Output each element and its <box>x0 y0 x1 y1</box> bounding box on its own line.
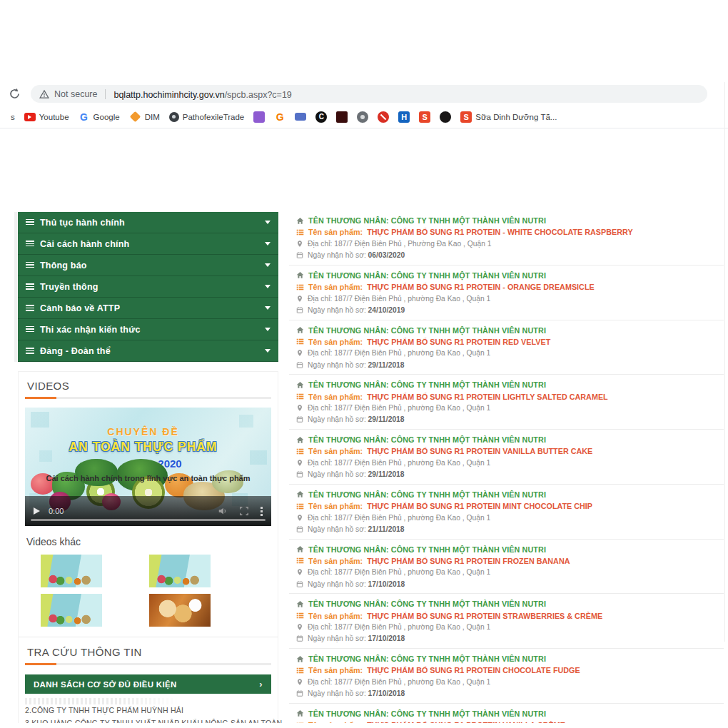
product-row: Tên sản phẩm:THỰC PHẨM BỔ SUNG R1 PROTEI… <box>296 336 724 348</box>
list-icon <box>296 338 304 345</box>
fullscreen-icon[interactable] <box>239 506 249 516</box>
product-label: Tên sản phẩm: <box>308 447 363 455</box>
bookmark-item[interactable]: G <box>274 111 285 123</box>
volume-icon[interactable] <box>218 506 228 516</box>
video-player[interactable]: CHUYÊN ĐỀ AN TOÀN THỰC PHẨM 2020 Cải các… <box>25 408 271 526</box>
lookup-list-item[interactable]: 2.CÔNG TY TNHH THỰC PHẨM HUỲNH HẢI <box>25 704 271 717</box>
listing-card[interactable]: TÊN THƯƠNG NHÂN: CÔNG TY TNHH MỘT THÀNH … <box>289 704 724 723</box>
bookmark-item[interactable]: H <box>398 111 410 123</box>
address-row: Địa chỉ: 187/7 Điện Biên Phủ , phường Đa… <box>296 403 724 414</box>
bookmarks-bar: sYoutubeGGoogleDIMPathofexileTradeGCHSSS… <box>0 106 728 128</box>
bookmark-item[interactable] <box>295 113 306 121</box>
menu-icon <box>26 326 34 333</box>
sidebar-menu-item[interactable]: Thi xác nhận kiến thức <box>18 319 278 340</box>
address-row: Địa chỉ: 187/7 Điện Biên Phủ , phường Đa… <box>296 676 724 687</box>
sidebar-menu-item[interactable]: Cảnh báo về ATTP <box>18 298 278 319</box>
bookmark-item[interactable] <box>378 111 389 123</box>
lookup-list-button[interactable]: DANH SÁCH CƠ SỞ ĐỦ ĐIỀU KIỆN › <box>25 674 271 694</box>
youtube-icon <box>24 113 36 121</box>
dark-square-icon <box>336 111 348 123</box>
received-date: Ngày nhận hồ sơ: 29/11/2018 <box>308 415 405 423</box>
product-row: Tên sản phẩm:THỰC PHẨM BỔ SUNG R1 PROTEI… <box>296 281 724 293</box>
steam-icon <box>357 111 368 123</box>
listing-card[interactable]: TÊN THƯƠNG NHÂN: CÔNG TY TNHH MỘT THÀNH … <box>289 430 724 485</box>
bookmark-label: Sữa Dinh Dưỡng Tã... <box>475 113 557 121</box>
calendar-icon <box>296 689 303 697</box>
lookup-list-item[interactable]: 3.KHO HÀNG CÔNG TY TNHH XUẤT NHẬP KHẨU N… <box>25 717 271 724</box>
menu-icon <box>26 348 34 354</box>
product-label: Tên sản phẩm: <box>308 612 363 620</box>
product-row: Tên sản phẩm:THỰC PHẨM BỔ SUNG R1 PROTEI… <box>296 500 724 512</box>
more-options-icon[interactable] <box>261 507 263 516</box>
bookmark-item[interactable]: C <box>315 111 327 123</box>
product-label: Tên sản phẩm: <box>308 393 363 401</box>
bookmark-item[interactable] <box>336 111 348 123</box>
blue-card-icon <box>295 113 306 121</box>
bookmark-item[interactable] <box>253 111 265 123</box>
received-date: Ngày nhận hồ sơ: 21/11/2018 <box>308 525 405 533</box>
reload-icon[interactable] <box>9 88 21 100</box>
sidebar-menu-item[interactable]: Cải cách hành chính <box>18 233 278 255</box>
bookmark-item[interactable]: Youtube <box>24 113 69 121</box>
listing-card[interactable]: TÊN THƯƠNG NHÂN: CÔNG TY TNHH MỘT THÀNH … <box>289 594 724 649</box>
video-thumbnails-grid <box>25 555 271 627</box>
bookmark-item[interactable]: DIM <box>129 113 160 121</box>
bookmark-item[interactable]: GGoogle <box>79 111 120 123</box>
video-thumbnail[interactable] <box>149 594 211 627</box>
video-progress-bar[interactable] <box>31 519 266 521</box>
home-icon <box>296 271 304 279</box>
sidebar-menu-item[interactable]: Đảng - Đoàn thể <box>18 340 278 362</box>
chevron-down-icon <box>265 306 271 310</box>
pin-icon <box>296 459 303 467</box>
pin-icon <box>296 404 303 412</box>
bookmark-item[interactable]: SSữa Dinh Dưỡng Tã... <box>460 111 557 123</box>
date-row: Ngày nhận hồ sơ: 24/10/2019 <box>296 304 724 315</box>
video-time: 0:00 <box>49 507 64 515</box>
page-content: Thủ tục hành chínhCải cách hành chínhThô… <box>0 211 728 723</box>
home-icon <box>296 655 304 663</box>
merchant-name: TÊN THƯƠNG NHÂN: CÔNG TY TNHH MỘT THÀNH … <box>308 709 546 718</box>
video-thumbnail[interactable] <box>149 555 211 587</box>
sidebar-menu-label: Đảng - Đoàn thể <box>40 346 111 356</box>
sidebar-menu-item[interactable]: Thủ tục hành chính <box>18 212 278 233</box>
chevron-down-icon <box>265 263 271 267</box>
listing-card[interactable]: TÊN THƯƠNG NHÂN: CÔNG TY TNHH MỘT THÀNH … <box>289 485 724 540</box>
pin-icon <box>296 240 303 248</box>
address-text: Địa chỉ: 187/7 Điện Biên Phủ , phường Đa… <box>308 459 490 467</box>
pin-icon <box>296 623 303 631</box>
bookmark-item[interactable]: PathofexileTrade <box>169 112 245 122</box>
bookmark-item[interactable] <box>440 111 451 123</box>
video-thumbnail[interactable] <box>41 594 102 627</box>
play-icon[interactable] <box>34 507 40 515</box>
videos-panel-title: VIDEOS <box>25 380 271 392</box>
chevron-down-icon <box>265 285 271 288</box>
github-icon <box>440 111 451 123</box>
video-thumbnail[interactable] <box>41 555 102 587</box>
bookmark-item[interactable]: s <box>11 113 15 121</box>
received-date: Ngày nhận hồ sơ: 29/11/2018 <box>308 361 405 369</box>
listing-card[interactable]: TÊN THƯƠNG NHÂN: CÔNG TY TNHH MỘT THÀNH … <box>289 540 724 595</box>
chevron-down-icon <box>265 349 271 353</box>
pin-icon <box>296 295 303 303</box>
product-name: THỰC PHẨM BỔ SUNG R1 PROTEIN VANILLA BUT… <box>367 447 592 455</box>
list-icon <box>296 612 304 620</box>
calendar-icon <box>296 415 303 423</box>
pin-icon <box>296 514 303 522</box>
sidebar-menu-item[interactable]: Truyền thông <box>18 276 278 298</box>
chevron-right-icon: › <box>259 679 263 689</box>
url-domain: bqlattp.hochiminhcity.gov.vn <box>113 90 224 100</box>
listing-card[interactable]: TÊN THƯƠNG NHÂN: CÔNG TY TNHH MỘT THÀNH … <box>289 266 724 320</box>
sidebar-menu-label: Thủ tục hành chính <box>40 218 125 228</box>
product-row: Tên sản phẩm:THỰC PHẨM BỔ SUNG R1 PROTEI… <box>296 610 724 621</box>
pin-icon <box>296 568 303 576</box>
listing-card[interactable]: TÊN THƯƠNG NHÂN: CÔNG TY TNHH MỘT THÀNH … <box>289 320 724 375</box>
sidebar-menu-label: Thông báo <box>40 261 87 271</box>
listing-card[interactable]: TÊN THƯƠNG NHÂN: CÔNG TY TNHH MỘT THÀNH … <box>289 649 724 704</box>
calendar-icon <box>296 470 303 478</box>
bookmark-item[interactable]: S <box>419 111 430 123</box>
bookmark-item[interactable] <box>357 111 368 123</box>
listing-card[interactable]: TÊN THƯƠNG NHÂN: CÔNG TY TNHH MỘT THÀNH … <box>289 211 724 266</box>
address-bar[interactable]: Not secure bqlattp.hochiminhcity.gov.vn/… <box>31 85 707 103</box>
listing-card[interactable]: TÊN THƯƠNG NHÂN: CÔNG TY TNHH MỘT THÀNH … <box>289 375 724 430</box>
sidebar-menu-item[interactable]: Thông báo <box>18 255 278 276</box>
